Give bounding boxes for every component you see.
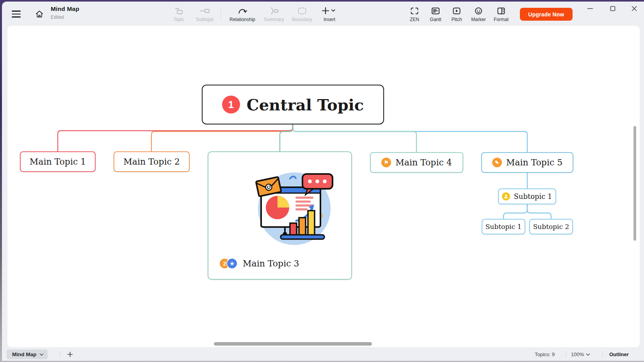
zoom-control[interactable]: 100% bbox=[571, 348, 590, 361]
hamburger-menu-button[interactable] bbox=[9, 9, 23, 20]
format-panel-icon bbox=[496, 7, 506, 15]
pencil-marker[interactable]: ✎ bbox=[492, 158, 502, 167]
main-topic-2-node[interactable]: Main Topic 2 bbox=[114, 151, 190, 172]
main-topic-4-label: Main Topic 4 bbox=[395, 158, 452, 167]
upgrade-now-button[interactable]: Upgrade Now bbox=[520, 8, 573, 21]
flag-marker[interactable]: ⚑ bbox=[381, 158, 391, 167]
chevron-down-icon bbox=[39, 353, 44, 356]
plus-icon bbox=[67, 351, 73, 357]
horizontal-scrollbar[interactable] bbox=[214, 342, 372, 346]
statusbar: Mind Map Topics: 9 100% Outliner bbox=[2, 348, 644, 361]
subtopic-child-1-node[interactable]: Subtopic 1 bbox=[482, 219, 525, 234]
tool-zen-label: ZEN bbox=[410, 17, 419, 22]
relationship-icon bbox=[237, 7, 247, 15]
topics-count-label: Topics: 9 bbox=[535, 351, 555, 357]
summary-icon bbox=[269, 7, 279, 15]
desktop-background: Mind Map Edited Topic Subtopic R bbox=[0, 0, 644, 362]
central-topic-label: Central Topic bbox=[247, 96, 364, 114]
statusbar-divider bbox=[602, 351, 603, 358]
main-topic-3-node[interactable]: 2 ★ Main Topic 3 bbox=[208, 151, 352, 280]
topics-count: Topics: 9 bbox=[535, 348, 555, 361]
window-close-button[interactable] bbox=[628, 4, 641, 13]
mindmap-canvas[interactable]: 1 Central Topic Main Topic 1 Main Topic … bbox=[7, 26, 640, 347]
priority-1-marker[interactable]: 1 bbox=[222, 96, 240, 114]
main-topic-3-label-row: 2 ★ Main Topic 3 bbox=[220, 259, 299, 268]
document-title-block: Mind Map Edited bbox=[51, 5, 79, 20]
sheet-tab-mindmap[interactable]: Mind Map bbox=[7, 350, 48, 359]
main-topic-4-node[interactable]: ⚑ Main Topic 4 bbox=[370, 152, 463, 173]
tool-format-label: Format bbox=[494, 17, 509, 22]
person-marker[interactable] bbox=[502, 192, 510, 201]
tool-relationship[interactable]: Relationship bbox=[226, 6, 259, 22]
zen-mode-icon bbox=[410, 7, 419, 15]
star-marker[interactable]: ★ bbox=[227, 259, 237, 268]
main-topic-5-label: Main Topic 5 bbox=[506, 158, 562, 167]
gantt-icon bbox=[431, 7, 440, 15]
subtopic-child-2-node[interactable]: Subtopic 2 bbox=[529, 219, 573, 234]
toolbar-divider bbox=[221, 8, 221, 20]
zoom-level-label: 100% bbox=[571, 351, 584, 357]
outliner-label: Outliner bbox=[609, 351, 629, 357]
sheet-tab-label: Mind Map bbox=[12, 351, 36, 357]
topic-icon bbox=[174, 7, 183, 15]
tool-relationship-label: Relationship bbox=[229, 17, 255, 22]
tool-format[interactable]: Format bbox=[484, 6, 518, 22]
subtopic-parent-label: Subtopic 1 bbox=[514, 192, 552, 201]
central-topic-node[interactable]: 1 Central Topic bbox=[202, 85, 384, 124]
window-minimize-button[interactable] bbox=[584, 4, 597, 13]
app-window: Mind Map Edited Topic Subtopic R bbox=[2, 2, 644, 361]
tool-subtopic-label: Subtopic bbox=[196, 17, 214, 22]
tool-topic-label: Topic bbox=[173, 17, 184, 22]
main-topic-2-label: Main Topic 2 bbox=[123, 157, 180, 167]
outliner-button[interactable]: Outliner bbox=[609, 348, 629, 361]
maximize-icon bbox=[610, 5, 616, 12]
close-icon bbox=[631, 5, 637, 12]
main-topic-1-node[interactable]: Main Topic 1 bbox=[20, 151, 96, 172]
home-button[interactable] bbox=[33, 9, 46, 20]
tool-insert[interactable]: Insert bbox=[313, 6, 346, 22]
subtopic-icon bbox=[200, 7, 210, 15]
marker-smiley-icon bbox=[474, 7, 483, 15]
tool-pitch-label: Pitch bbox=[452, 17, 462, 22]
add-sheet-button[interactable] bbox=[64, 350, 75, 359]
minimize-icon bbox=[587, 5, 593, 12]
pitch-play-icon bbox=[452, 7, 461, 15]
tool-subtopic[interactable]: Subtopic bbox=[188, 6, 222, 22]
presentation-chart-illustration bbox=[253, 169, 334, 247]
document-status: Edited bbox=[51, 14, 79, 20]
main-topic-1-label: Main Topic 1 bbox=[30, 157, 86, 167]
tool-summary-label: Summary bbox=[264, 17, 284, 22]
tool-marker-label: Marker bbox=[471, 17, 486, 22]
toolbar: Mind Map Edited Topic Subtopic R bbox=[2, 2, 644, 26]
subtopic-parent-node[interactable]: Subtopic 1 bbox=[498, 188, 556, 204]
statusbar-divider bbox=[60, 351, 60, 358]
statusbar-divider bbox=[566, 351, 566, 358]
pencil-icon: ✎ bbox=[495, 160, 499, 165]
flag-icon: ⚑ bbox=[384, 160, 389, 165]
vertical-scrollbar[interactable] bbox=[633, 126, 636, 241]
boundary-icon bbox=[297, 7, 307, 15]
document-title: Mind Map bbox=[51, 5, 79, 12]
subtopic-child-2-label: Subtopic 2 bbox=[533, 223, 569, 231]
chevron-down-icon bbox=[586, 353, 590, 356]
main-topic-5-node[interactable]: ✎ Main Topic 5 bbox=[481, 152, 573, 173]
main-topic-3-label: Main Topic 3 bbox=[243, 259, 299, 268]
tool-boundary-label: Boundary bbox=[292, 17, 312, 22]
home-icon bbox=[35, 9, 44, 19]
tool-insert-label: Insert bbox=[324, 17, 335, 22]
subtopic-child-1-label: Subtopic 1 bbox=[486, 223, 522, 231]
plus-icon bbox=[321, 7, 338, 15]
window-maximize-button[interactable] bbox=[606, 4, 619, 13]
star-icon: ★ bbox=[230, 261, 235, 266]
person-icon bbox=[503, 194, 509, 199]
